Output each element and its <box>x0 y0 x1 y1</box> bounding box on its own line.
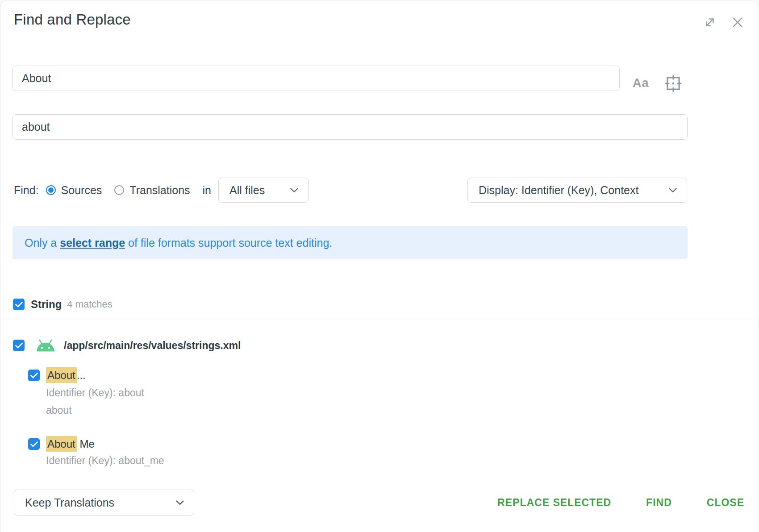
android-icon <box>35 338 56 353</box>
match-case-icon[interactable]: Aa <box>633 75 649 91</box>
match-rest: Me <box>77 438 95 450</box>
file-scope-select[interactable]: All files <box>218 178 309 203</box>
info-banner: Only a select range of file formats supp… <box>13 226 688 259</box>
close-icon[interactable] <box>730 15 745 30</box>
string-group-checkbox[interactable] <box>13 299 25 310</box>
translations-radio[interactable] <box>114 185 124 195</box>
expand-icon[interactable] <box>702 15 717 30</box>
chevron-down-icon <box>290 188 298 193</box>
find-options-row: Find: Sources Translations in All files <box>14 178 309 203</box>
display-select-value: Display: Identifier (Key), Context <box>479 184 638 197</box>
matches-count: 4 matches <box>67 299 113 310</box>
header-icons <box>702 15 745 30</box>
file-scope-value: All files <box>229 184 265 197</box>
display-select[interactable]: Display: Identifier (Key), Context <box>467 178 687 203</box>
file-checkbox[interactable] <box>13 340 25 351</box>
sources-radio[interactable] <box>46 185 56 195</box>
string-group-row: String 4 matches <box>13 298 113 311</box>
translations-mode-value: Keep Translations <box>25 496 114 509</box>
replace-input[interactable] <box>13 114 688 140</box>
find-label: Find: <box>14 184 39 197</box>
divider <box>0 319 759 319</box>
match-checkbox[interactable] <box>28 370 40 381</box>
page-title: Find and Replace <box>14 11 131 28</box>
close-button[interactable]: CLOSE <box>707 497 744 509</box>
translations-radio-label: Translations <box>129 184 190 197</box>
banner-text-before: Only a <box>25 237 60 249</box>
find-input[interactable] <box>13 66 620 91</box>
match-identifier: Identifier (Key): about <box>46 387 144 399</box>
match-row: About... <box>28 369 86 382</box>
match-rest: ... <box>77 369 86 381</box>
match-text: About Me <box>46 438 95 450</box>
chevron-down-icon <box>669 188 677 193</box>
find-and-replace-dialog: Find and Replace Aa Fi <box>0 0 759 532</box>
file-row: /app/src/main/res/values/strings.xml <box>13 338 241 353</box>
string-group-label: String <box>31 298 62 311</box>
match-highlight: About <box>46 367 77 383</box>
sources-radio-label: Sources <box>61 184 102 197</box>
match-context: about <box>46 404 72 416</box>
replace-selected-button[interactable]: REPLACE SELECTED <box>497 497 611 509</box>
banner-text-after: of file formats support source text edit… <box>125 237 332 249</box>
footer-buttons: REPLACE SELECTED FIND CLOSE <box>497 490 744 515</box>
select-area-icon[interactable] <box>664 74 683 93</box>
select-range-link[interactable]: select range <box>60 237 125 249</box>
in-label: in <box>203 184 211 197</box>
radio-option-translations[interactable]: Translations <box>114 184 190 197</box>
match-identifier: Identifier (Key): about_me <box>46 455 164 467</box>
match-checkbox[interactable] <box>28 438 40 450</box>
match-row: About Me <box>28 438 95 450</box>
match-text: About... <box>46 369 86 382</box>
match-highlight: About <box>46 436 77 452</box>
find-button[interactable]: FIND <box>646 497 672 509</box>
chevron-down-icon <box>176 500 184 505</box>
file-path: /app/src/main/res/values/strings.xml <box>64 340 241 352</box>
radio-option-sources[interactable]: Sources <box>46 184 102 197</box>
translations-mode-select[interactable]: Keep Translations <box>14 490 194 515</box>
